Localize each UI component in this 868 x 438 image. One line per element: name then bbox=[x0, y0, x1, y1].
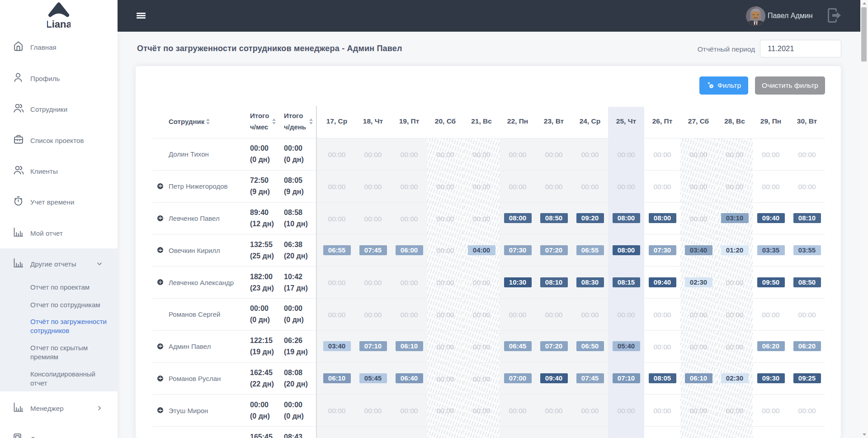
svg-text:Liana: Liana bbox=[47, 19, 71, 29]
